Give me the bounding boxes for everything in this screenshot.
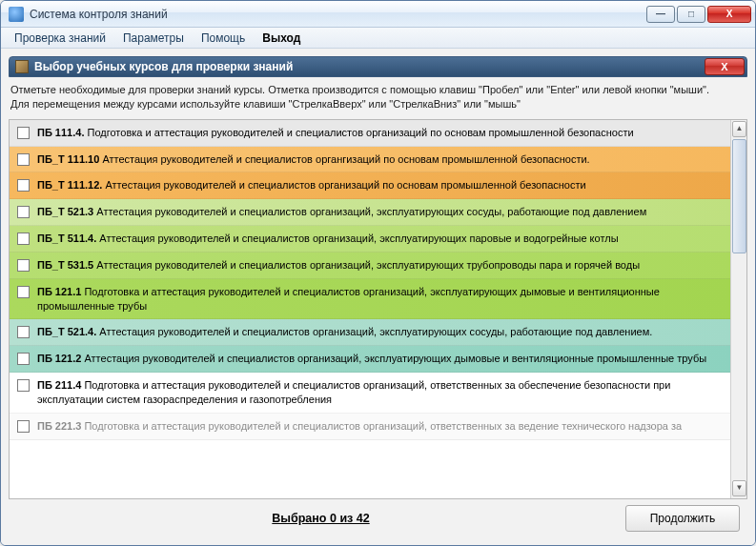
course-row[interactable]: ПБ 211.4 Подготовка и аттестация руковод… bbox=[10, 373, 730, 414]
course-checkbox[interactable] bbox=[17, 379, 30, 392]
course-row[interactable]: ПБ_Т 111.10 Аттестация руководителей и с… bbox=[10, 147, 730, 173]
selection-status: Выбрано 0 из 42 bbox=[16, 512, 625, 525]
menubar: Проверка знаний Параметры Помощь Выход bbox=[1, 28, 755, 49]
course-label: ПБ 211.4 Подготовка и аттестация руковод… bbox=[37, 378, 723, 407]
course-row[interactable]: ПБ 121.1 Подготовка и аттестация руковод… bbox=[10, 279, 730, 320]
course-row[interactable]: ПБ_Т 521.3 Аттестация руководителей и сп… bbox=[10, 199, 730, 226]
course-checkbox[interactable] bbox=[17, 206, 30, 218]
course-checkbox[interactable] bbox=[17, 286, 30, 298]
scroll-thumb[interactable] bbox=[732, 139, 746, 253]
instructions: Отметьте необходимые для проверки знаний… bbox=[9, 77, 747, 119]
maximize-button[interactable]: □ bbox=[677, 6, 705, 23]
course-row[interactable]: ПБ_Т 521.4. Аттестация руководителей и с… bbox=[10, 319, 730, 346]
menu-exit[interactable]: Выход bbox=[255, 30, 308, 47]
menu-parameters[interactable]: Параметры bbox=[115, 30, 192, 47]
menu-help[interactable]: Помощь bbox=[194, 30, 253, 47]
course-checkbox[interactable] bbox=[17, 326, 30, 338]
scroll-down-button[interactable]: ▼ bbox=[732, 480, 746, 496]
window-title: Система контроля знаний bbox=[30, 8, 646, 21]
course-label: ПБ_Т 511.4. Аттестация руководителей и с… bbox=[37, 232, 619, 246]
minimize-button[interactable]: — bbox=[646, 6, 675, 23]
scrollbar[interactable]: ▲ ▼ bbox=[730, 120, 746, 498]
panel-header: Выбор учебных курсов для проверки знаний… bbox=[9, 56, 747, 77]
content-area: Выбор учебных курсов для проверки знаний… bbox=[1, 49, 755, 545]
course-label: ПБ 221.3 Подготовка и аттестация руковод… bbox=[37, 419, 682, 434]
course-list-frame: ПБ 111.4. Подготовка и аттестация руково… bbox=[9, 119, 747, 499]
course-checkbox[interactable] bbox=[17, 420, 30, 433]
course-row[interactable]: ПБ 111.4. Подготовка и аттестация руково… bbox=[10, 120, 730, 147]
close-button[interactable]: X bbox=[707, 6, 751, 23]
app-icon bbox=[9, 7, 24, 22]
course-checkbox[interactable] bbox=[17, 353, 30, 365]
books-icon bbox=[15, 60, 29, 73]
course-row[interactable]: ПБ 221.3 Подготовка и аттестация руковод… bbox=[10, 414, 730, 440]
course-label: ПБ_Т 521.4. Аттестация руководителей и с… bbox=[37, 325, 652, 339]
footer: Выбрано 0 из 42 Продолжить bbox=[9, 499, 747, 537]
course-list[interactable]: ПБ 111.4. Подготовка и аттестация руково… bbox=[10, 120, 730, 498]
panel-close-button[interactable]: X bbox=[705, 58, 745, 75]
continue-button[interactable]: Продолжить bbox=[625, 505, 740, 532]
course-label: ПБ 121.1 Подготовка и аттестация руковод… bbox=[37, 285, 723, 313]
instruction-line-2: Для перемещения между курсами используйт… bbox=[10, 97, 746, 111]
course-row[interactable]: ПБ_Т 111.12. Аттестация руководителей и … bbox=[10, 172, 730, 199]
course-checkbox[interactable] bbox=[17, 259, 30, 272]
course-label: ПБ 121.2 Аттестация руководителей и спец… bbox=[37, 352, 706, 366]
course-checkbox[interactable] bbox=[17, 179, 30, 192]
course-label: ПБ_Т 521.3 Аттестация руководителей и сп… bbox=[37, 205, 646, 219]
course-label: ПБ_Т 111.12. Аттестация руководителей и … bbox=[37, 178, 586, 192]
course-checkbox[interactable] bbox=[17, 233, 30, 245]
window-controls: — □ X bbox=[646, 6, 751, 23]
scroll-up-button[interactable]: ▲ bbox=[732, 121, 746, 137]
course-label: ПБ 111.4. Подготовка и аттестация руково… bbox=[37, 126, 634, 140]
course-row[interactable]: ПБ 121.2 Аттестация руководителей и спец… bbox=[10, 346, 730, 373]
course-checkbox[interactable] bbox=[17, 127, 30, 139]
course-label: ПБ_Т 531.5 Аттестация руководителей и сп… bbox=[37, 258, 640, 273]
menu-check-knowledge[interactable]: Проверка знаний bbox=[7, 30, 113, 47]
titlebar[interactable]: Система контроля знаний — □ X bbox=[1, 1, 755, 28]
main-window: Система контроля знаний — □ X Проверка з… bbox=[0, 0, 756, 546]
course-checkbox[interactable] bbox=[17, 153, 30, 166]
panel-title: Выбор учебных курсов для проверки знаний bbox=[34, 60, 705, 73]
course-label: ПБ_Т 111.10 Аттестация руководителей и с… bbox=[37, 152, 590, 167]
course-row[interactable]: ПБ_Т 511.4. Аттестация руководителей и с… bbox=[10, 226, 730, 253]
course-row[interactable]: ПБ_Т 531.5 Аттестация руководителей и сп… bbox=[10, 253, 730, 279]
instruction-line-1: Отметьте необходимые для проверки знаний… bbox=[10, 83, 746, 97]
